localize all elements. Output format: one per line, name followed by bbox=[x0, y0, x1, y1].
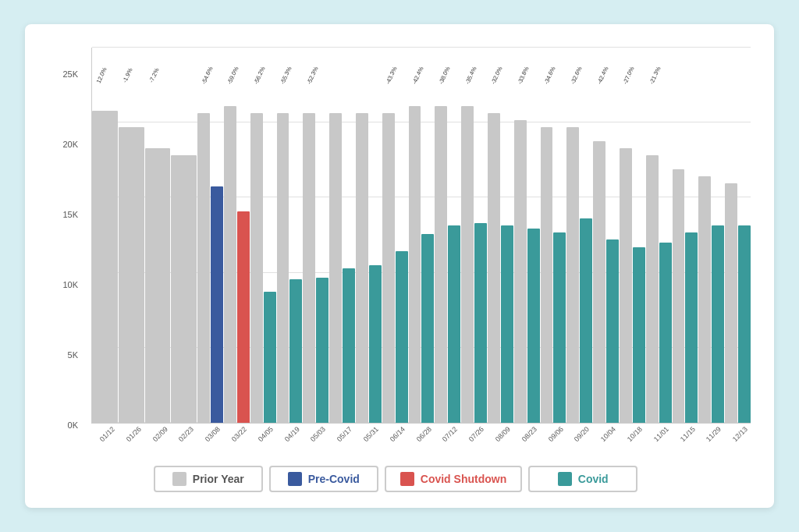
prior-bar-12 bbox=[409, 106, 421, 423]
legend-item-3: Covid bbox=[528, 466, 637, 492]
bars-wrapper-12 bbox=[409, 71, 435, 423]
bar-pair-08-23: -33.8% bbox=[514, 71, 540, 423]
y-tick-10k: 10K bbox=[62, 280, 78, 289]
prior-bar-13 bbox=[435, 106, 447, 423]
y-axis-label bbox=[41, 69, 53, 430]
bars-wrapper-16 bbox=[514, 71, 540, 423]
legend-color-0 bbox=[172, 472, 186, 486]
bar-pair-05-31 bbox=[356, 71, 382, 423]
prior-bar-14 bbox=[461, 106, 474, 423]
bars-area: 12.0%-1.9%-7.2%-54.6%-59.0%-56.2%-55.3%-… bbox=[91, 48, 751, 424]
chart-area: 25K 20K 15K 10K 5K 0K 12.0%-1.9%-7.2%-54… bbox=[41, 48, 751, 459]
bars-wrapper-19 bbox=[593, 71, 619, 423]
bar-pair-11-29 bbox=[698, 71, 724, 423]
y-tick-15k: 15K bbox=[62, 210, 78, 219]
prior-bar-4 bbox=[197, 113, 210, 423]
bars-wrapper-15 bbox=[488, 71, 513, 423]
prior-bar-11 bbox=[382, 113, 395, 423]
legend-item-0: Prior Year bbox=[154, 466, 263, 492]
prior-bar-18 bbox=[566, 127, 579, 423]
bar-pair-05-03: -52.3% bbox=[303, 71, 328, 423]
chart-plot: 12.0%-1.9%-7.2%-54.6%-59.0%-56.2%-55.3%-… bbox=[91, 48, 751, 459]
legend-label-3: Covid bbox=[578, 473, 609, 485]
bars-wrapper-20 bbox=[620, 71, 645, 423]
bar-pair-06-14: -43.3% bbox=[382, 71, 408, 423]
prior-bar-5 bbox=[224, 106, 236, 423]
bar-pair-07-12: -38.0% bbox=[435, 71, 460, 423]
current-bar-20 bbox=[633, 247, 645, 424]
x-axis: 01/1201/2602/0902/2303/0803/2204/0504/19… bbox=[91, 427, 751, 459]
legend-label-1: Pre-Covid bbox=[308, 473, 360, 485]
bars-wrapper-23 bbox=[698, 71, 724, 423]
y-tick-0k: 0K bbox=[68, 420, 78, 430]
prior-bar-20 bbox=[620, 148, 632, 423]
current-bar-16 bbox=[527, 229, 540, 423]
bars-wrapper-21 bbox=[646, 71, 672, 423]
y-tick-20k: 20K bbox=[62, 140, 78, 149]
bar-group: 12.0%-1.9%-7.2%-54.6%-59.0%-56.2%-55.3%-… bbox=[92, 71, 751, 423]
y-axis-container: 25K 20K 15K 10K 5K 0K bbox=[41, 48, 91, 459]
legend-item-1: Pre-Covid bbox=[269, 466, 378, 492]
bars-wrapper-4 bbox=[197, 71, 223, 423]
current-bar-21 bbox=[659, 243, 672, 423]
legend-item-2: Covid Shutdown bbox=[385, 466, 522, 492]
current-bar-24 bbox=[738, 225, 751, 423]
bar-pair-01-26: -1.9% bbox=[119, 71, 144, 423]
bars-wrapper-5 bbox=[224, 71, 250, 423]
prior-bar-23 bbox=[698, 176, 711, 423]
bar-pair-04-05: -56.2% bbox=[250, 71, 276, 423]
prior-bar-10 bbox=[356, 113, 368, 423]
current-bar-15 bbox=[501, 225, 513, 423]
current-bar-8 bbox=[316, 278, 328, 423]
y-tick-25k: 25K bbox=[62, 69, 78, 79]
bar-pair-09-06: -34.6% bbox=[541, 71, 566, 423]
prior-bar-19 bbox=[593, 141, 605, 423]
current-bar-17 bbox=[553, 232, 566, 423]
bars-wrapper-18 bbox=[566, 71, 592, 423]
prior-bar-16 bbox=[514, 120, 527, 423]
current-bar-6 bbox=[264, 292, 276, 423]
bars-wrapper-7 bbox=[277, 71, 303, 423]
prior-bar-9 bbox=[329, 113, 342, 423]
prior-bar-1 bbox=[119, 127, 144, 423]
legend-color-2 bbox=[400, 472, 414, 486]
bars-wrapper-11 bbox=[382, 71, 408, 423]
prior-bar-2 bbox=[145, 148, 171, 423]
bar-pair-10-04: -42.4% bbox=[593, 71, 619, 423]
current-bar-18 bbox=[580, 218, 592, 423]
prior-bar-0 bbox=[92, 111, 118, 423]
current-bar-22 bbox=[685, 232, 698, 423]
bars-wrapper-2 bbox=[145, 71, 171, 423]
bars-wrapper-9 bbox=[329, 71, 355, 423]
bar-pair-03-22: -59.0% bbox=[224, 71, 250, 423]
bars-wrapper-8 bbox=[303, 71, 328, 423]
bars-wrapper-10 bbox=[356, 71, 382, 423]
legend-label-2: Covid Shutdown bbox=[421, 473, 506, 485]
prior-bar-15 bbox=[488, 113, 500, 423]
bars-wrapper-17 bbox=[541, 71, 566, 423]
bar-pair-01-12: 12.0% bbox=[92, 71, 118, 423]
bar-pair-03-08: -54.6% bbox=[197, 71, 223, 423]
current-bar-9 bbox=[343, 268, 355, 423]
current-bar-23 bbox=[712, 225, 724, 423]
prior-bar-21 bbox=[646, 155, 659, 423]
y-tick-5k: 5K bbox=[68, 350, 78, 360]
bars-wrapper-22 bbox=[673, 71, 698, 423]
current-bar-4 bbox=[211, 186, 223, 423]
prior-bar-24 bbox=[725, 183, 737, 423]
bars-wrapper-3 bbox=[171, 71, 197, 423]
bars-wrapper-0 bbox=[92, 71, 118, 423]
chart-container: 25K 20K 15K 10K 5K 0K 12.0%-1.9%-7.2%-54… bbox=[25, 24, 774, 508]
legend-color-3 bbox=[558, 472, 572, 486]
bar-pair-06-28: -42.4% bbox=[409, 71, 435, 423]
prior-bar-22 bbox=[673, 169, 685, 423]
legend: Prior YearPre-CovidCovid ShutdownCovid bbox=[41, 466, 751, 492]
bar-pair-05-17 bbox=[329, 71, 355, 423]
current-bar-7 bbox=[289, 279, 302, 423]
y-axis-ticks: 25K 20K 15K 10K 5K 0K bbox=[53, 69, 81, 430]
prior-bar-17 bbox=[541, 127, 553, 423]
legend-color-1 bbox=[288, 472, 302, 486]
current-bar-14 bbox=[474, 223, 487, 423]
prior-bar-8 bbox=[303, 113, 315, 423]
x-tick-24: 12/13 bbox=[728, 422, 766, 460]
